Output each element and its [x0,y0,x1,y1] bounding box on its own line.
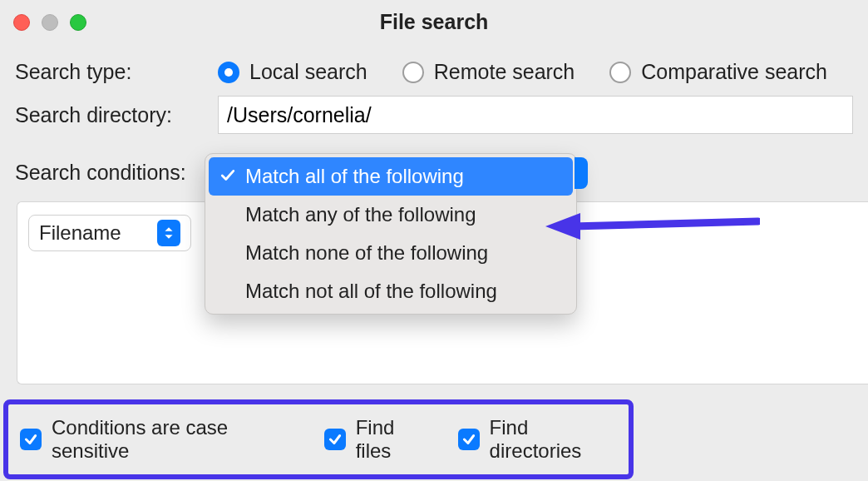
svg-marker-1 [545,213,580,240]
search-type-radio-group: Local search Remote search Comparative s… [218,60,853,84]
check-icon [219,165,237,188]
radio-icon [609,62,631,83]
radio-label: Remote search [434,60,575,84]
search-directory-label: Search directory: [15,103,218,127]
dropdown-item-match-not-all[interactable]: Match not all of the following [209,272,573,310]
dropdown-item-match-any[interactable]: Match any of the following [209,196,573,234]
search-conditions-label: Search conditions: [15,156,218,185]
conditions-dropdown: Match all of the following Match any of … [205,153,577,315]
search-directory-input[interactable] [218,96,853,134]
check-icon [324,429,346,450]
search-type-option-comparative[interactable]: Comparative search [609,60,827,84]
checkbox-label: Conditions are case sensitive [52,416,296,463]
zoom-icon[interactable] [70,14,86,31]
dropdown-item-label: Match any of the following [245,203,476,226]
search-type-option-remote[interactable]: Remote search [402,60,575,84]
title-bar: File search [0,0,868,43]
bottom-options-highlight: Conditions are case sensitive Find files… [3,399,634,479]
dropdown-item-label: Match all of the following [245,165,464,188]
radio-label: Local search [249,60,367,84]
check-icon [20,429,42,450]
check-icon [458,429,480,450]
checkbox-label: Find files [356,416,430,463]
minimize-icon[interactable] [42,14,58,31]
window-title: File search [380,10,489,34]
checkbox-find-files[interactable]: Find files [324,416,430,463]
radio-icon [218,62,239,83]
select-value: Filename [39,221,121,245]
window-controls [13,14,86,31]
search-type-option-local[interactable]: Local search [218,60,367,84]
dropdown-item-match-all[interactable]: Match all of the following [209,157,573,196]
annotation-arrow-icon [544,210,760,243]
checkbox-find-directories[interactable]: Find directories [458,416,617,463]
dropdown-cap [575,157,588,189]
radio-label: Comparative search [641,60,827,84]
condition-field-select[interactable]: Filename [28,215,191,251]
dropdown-item-label: Match not all of the following [245,280,497,303]
dropdown-item-match-none[interactable]: Match none of the following [209,234,573,272]
radio-icon [402,62,424,83]
checkbox-label: Find directories [490,416,617,463]
svg-line-0 [572,221,758,226]
checkbox-case-sensitive[interactable]: Conditions are case sensitive [20,416,296,463]
search-type-label: Search type: [15,60,218,84]
updown-icon [157,220,180,246]
search-type-row: Search type: Local search Remote search … [15,60,853,84]
dropdown-item-label: Match none of the following [245,241,488,265]
search-directory-row: Search directory: [15,96,853,134]
close-icon[interactable] [13,14,30,31]
